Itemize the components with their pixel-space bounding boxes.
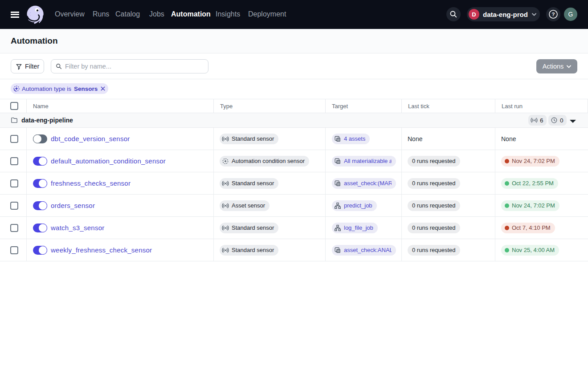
svg-text:?: ? bbox=[551, 12, 555, 17]
